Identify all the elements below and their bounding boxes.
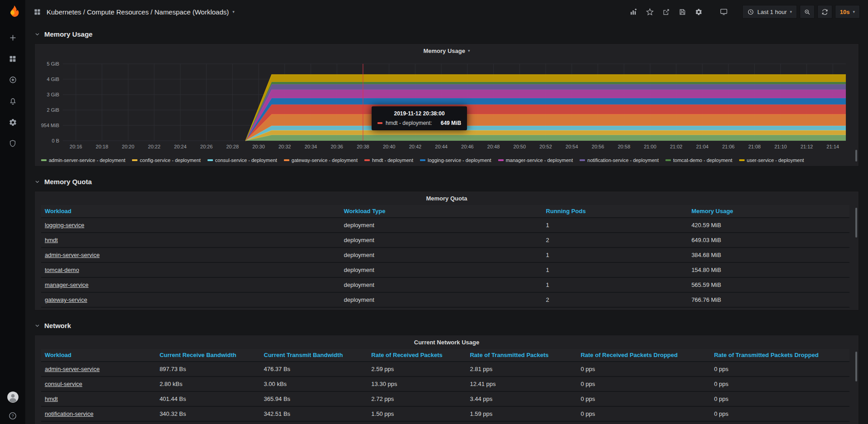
table-row: consul-service2.80 kBs3.00 kBs13.30 pps1… <box>41 376 849 391</box>
legend-label: admin-server-service - deployment <box>49 157 125 163</box>
column-header[interactable]: Rate of Transmitted Packets <box>466 349 577 362</box>
cell: 476.37 Bs <box>260 362 368 376</box>
workload-link[interactable]: hmdt <box>45 237 58 243</box>
sidebar-item-alerting[interactable] <box>9 97 17 105</box>
user-profile[interactable] <box>7 391 19 403</box>
sidebar-item-server-admin[interactable] <box>9 139 17 148</box>
refresh-button[interactable] <box>817 5 832 19</box>
column-header[interactable]: Rate of Received Packets <box>368 349 466 362</box>
cell: 3.00 kBs <box>260 376 368 391</box>
column-header[interactable]: Memory Usage <box>688 205 849 218</box>
refresh-interval-picker[interactable]: 10s ▾ <box>835 5 860 19</box>
panel-title-memory-usage[interactable]: Memory Usage ▾ <box>35 44 859 57</box>
workload-link[interactable]: notification-service <box>45 410 94 417</box>
section-header-memory-usage[interactable]: Memory Usage <box>34 28 859 40</box>
plus-icon <box>9 33 17 42</box>
legend-item[interactable]: config-service - deployment <box>132 157 201 163</box>
legend-label: user-service - deployment <box>747 157 804 163</box>
memory-usage-panel: Memory Usage ▾ 0 B954 MiB2 GiB3 GiB4 GiB… <box>34 43 859 167</box>
table-row: hmdtdeployment2649.03 MiB <box>41 233 849 248</box>
legend-swatch <box>132 159 137 161</box>
svg-text:2 GiB: 2 GiB <box>47 107 59 113</box>
memory-quota-panel: Memory Quota WorkloadWorkload TypeRunnin… <box>34 191 859 310</box>
cell: 2 <box>542 292 688 307</box>
dashboard-title-dropdown[interactable]: Kubernetes / Compute Resources / Namespa… <box>47 8 235 16</box>
add-panel-button[interactable] <box>627 5 640 19</box>
workload-link[interactable]: tomcat-demo <box>45 267 79 273</box>
legend-item[interactable]: consul-service - deployment <box>208 157 277 163</box>
legend-item[interactable]: tomcat-demo - deployment <box>665 157 732 163</box>
legend-swatch <box>284 159 289 161</box>
table-row: admin-server-servicedeployment1384.68 Mi… <box>41 248 849 262</box>
legend-item[interactable]: user-service - deployment <box>739 157 804 163</box>
workload-link[interactable]: hmdt <box>45 395 58 402</box>
legend-item[interactable]: manager-service - deployment <box>498 157 573 163</box>
bell-icon <box>9 97 17 105</box>
grafana-logo[interactable] <box>6 5 19 20</box>
legend-item[interactable]: hmdt - deployment <box>364 157 413 163</box>
svg-text:21:06: 21:06 <box>722 144 735 149</box>
panel-title-memory-quota[interactable]: Memory Quota <box>35 191 859 205</box>
column-header[interactable]: Rate of Received Packets Dropped <box>577 349 710 362</box>
time-range-picker[interactable]: Last 1 hour ▾ <box>742 5 797 19</box>
cell: 384.68 MiB <box>688 248 849 262</box>
sidebar-item-explore[interactable] <box>9 76 17 84</box>
svg-text:21:04: 21:04 <box>696 144 709 149</box>
table-row: manager-servicedeployment1565.59 MiB <box>41 277 849 292</box>
table-row: notification-service340.32 Bs342.51 Bs1.… <box>41 406 849 421</box>
column-header[interactable]: Workload Type <box>340 205 542 218</box>
favorite-button[interactable] <box>643 5 656 19</box>
workload-link[interactable]: gateway-service <box>45 296 87 303</box>
column-header[interactable]: Workload <box>41 205 340 218</box>
legend-item[interactable]: notification-service - deployment <box>580 157 659 163</box>
scrollbar-thumb[interactable] <box>855 208 857 238</box>
column-header[interactable]: Rate of Transmitted Packets Dropped <box>710 349 849 362</box>
svg-text:20:24: 20:24 <box>174 144 187 149</box>
cell: 3.44 pps <box>466 391 577 406</box>
section-header-network[interactable]: Network <box>34 319 859 331</box>
cell: 2.81 pps <box>466 362 577 376</box>
chart-legend: admin-server-service - deploymentconfig-… <box>35 157 859 167</box>
cell: tomcat-demo <box>41 262 340 277</box>
legend-item[interactable]: admin-server-service - deployment <box>41 157 125 163</box>
column-header[interactable]: Workload <box>41 349 156 362</box>
sidebar-item-dashboards[interactable] <box>9 55 17 63</box>
dashboard-settings-button[interactable] <box>692 5 705 19</box>
workload-link[interactable]: manager-service <box>45 281 89 288</box>
legend-swatch <box>364 159 370 161</box>
zoom-out-button[interactable] <box>800 5 815 19</box>
svg-text:20:34: 20:34 <box>305 144 317 149</box>
panel-title-network-usage[interactable]: Current Network Usage <box>35 335 859 349</box>
workload-link[interactable]: consul-service <box>45 381 82 387</box>
legend-swatch <box>739 159 745 161</box>
dashboard-picker-button[interactable] <box>33 8 41 16</box>
scrollbar-thumb[interactable] <box>855 352 857 381</box>
column-header[interactable]: Running Pods <box>542 205 688 218</box>
cell: 0 pps <box>577 376 710 391</box>
sidebar-item-create[interactable] <box>9 33 17 42</box>
table-row: admin-server-service897.73 Bs476.37 Bs2.… <box>41 362 849 376</box>
column-header[interactable]: Current Transmit Bandwidth <box>260 349 368 362</box>
section-header-memory-quota[interactable]: Memory Quota <box>34 176 859 187</box>
legend-swatch <box>208 159 213 161</box>
legend-item[interactable]: logging-service - deployment <box>420 157 491 163</box>
monitor-icon <box>720 8 728 16</box>
column-header[interactable]: Current Receive Bandwidth <box>156 349 260 362</box>
help-menu[interactable]: ? <box>8 411 17 420</box>
workload-link[interactable]: admin-server-service <box>45 252 99 258</box>
workload-link[interactable]: logging-service <box>45 222 84 229</box>
svg-text:20:30: 20:30 <box>252 144 265 149</box>
save-button[interactable] <box>675 5 689 19</box>
tv-mode-button[interactable] <box>717 5 731 19</box>
share-button[interactable] <box>659 5 673 19</box>
svg-text:20:48: 20:48 <box>487 144 500 149</box>
cell: logging-service <box>41 218 340 233</box>
sidebar-item-configuration[interactable] <box>9 118 17 127</box>
legend-label: config-service - deployment <box>140 157 201 163</box>
svg-text:20:38: 20:38 <box>357 144 369 149</box>
memory-usage-chart: 0 B954 MiB2 GiB3 GiB4 GiB5 GiB20:1620:18… <box>35 57 859 157</box>
legend-item[interactable]: gateway-service - deployment <box>284 157 358 163</box>
workload-link[interactable]: admin-server-service <box>45 366 99 372</box>
scrollbar-thumb[interactable] <box>855 150 857 162</box>
section-title: Memory Usage <box>44 30 93 38</box>
